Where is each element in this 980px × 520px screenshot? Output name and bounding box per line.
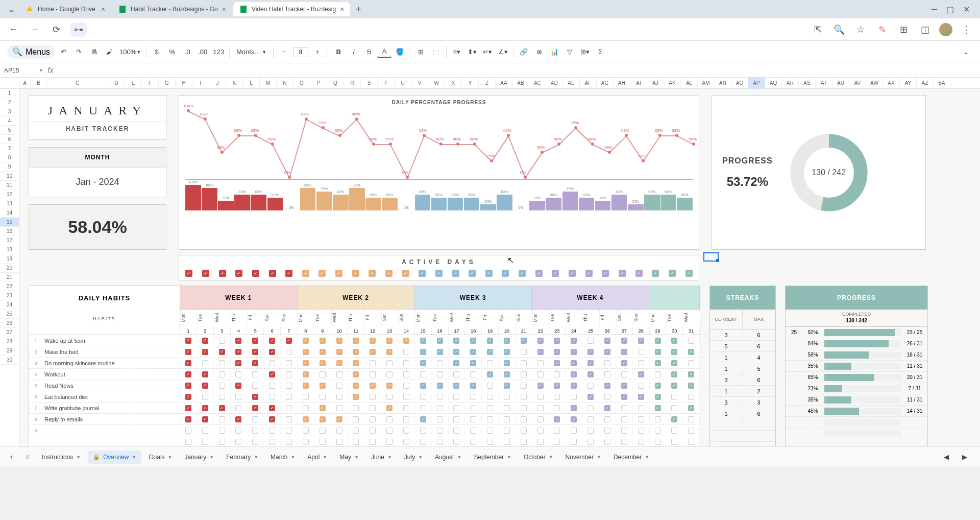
habit-checkbox[interactable]: [353, 405, 359, 411]
habit-checkbox[interactable]: [537, 428, 544, 434]
habit-checkbox[interactable]: ✓: [571, 338, 577, 344]
zoom-icon[interactable]: 🔍: [832, 22, 846, 37]
habit-checkbox[interactable]: ✓: [420, 338, 426, 344]
row-header-22[interactable]: 22: [0, 282, 19, 291]
row-header-6[interactable]: 6: [0, 135, 19, 144]
habit-checkbox[interactable]: ✓: [370, 338, 376, 344]
habit-checkbox[interactable]: ✓: [202, 416, 208, 422]
row-header-23[interactable]: 23: [0, 291, 19, 300]
row-header-30[interactable]: 30: [0, 356, 19, 365]
comment-button[interactable]: ⊕: [532, 44, 546, 60]
strikethrough-button[interactable]: S: [362, 44, 376, 60]
row-header-11[interactable]: 11: [0, 181, 19, 190]
row-header-15[interactable]: 15: [0, 218, 19, 227]
back-button[interactable]: ←: [6, 22, 20, 37]
habit-checkbox[interactable]: ✓: [386, 338, 393, 344]
habit-checkbox[interactable]: [521, 394, 527, 400]
sheet-tab-january[interactable]: January▼: [180, 451, 219, 464]
active-day-check[interactable]: ✓: [469, 270, 476, 277]
habit-checkbox[interactable]: ✓: [655, 349, 661, 355]
more-formats[interactable]: 123: [211, 44, 226, 60]
habit-checkbox[interactable]: ✓: [688, 405, 694, 411]
habit-checkbox[interactable]: [386, 371, 393, 377]
habit-checkbox[interactable]: ✓: [554, 338, 560, 344]
habit-checkbox[interactable]: ✓: [487, 338, 493, 344]
habit-checkbox[interactable]: [219, 394, 225, 400]
col-header-AG[interactable]: AG: [597, 78, 614, 88]
habit-checkbox[interactable]: ✓: [437, 383, 443, 389]
active-day-check[interactable]: ✓: [202, 270, 209, 277]
habit-checkbox[interactable]: [688, 338, 694, 344]
increase-decimal[interactable]: .00: [195, 44, 210, 60]
habit-checkbox[interactable]: ✓: [688, 349, 694, 355]
habit-checkbox[interactable]: [604, 394, 610, 400]
habit-checkbox[interactable]: ✓: [587, 349, 594, 355]
habit-checkbox[interactable]: ✓: [621, 338, 627, 344]
col-header-AD[interactable]: AD: [546, 78, 563, 88]
open-external-icon[interactable]: ⇱: [811, 22, 825, 37]
habit-checkbox[interactable]: [269, 394, 275, 400]
habit-checkbox[interactable]: [370, 405, 376, 411]
habit-checkbox[interactable]: [587, 416, 594, 422]
habit-checkbox[interactable]: ✓: [320, 405, 326, 411]
close-icon[interactable]: ×: [222, 5, 226, 13]
habit-checkbox[interactable]: ✓: [571, 383, 577, 389]
link-button[interactable]: 🔗: [517, 44, 531, 60]
habit-checkbox[interactable]: [219, 439, 225, 445]
habit-checkbox[interactable]: ✓: [688, 383, 694, 389]
col-header-F[interactable]: F: [142, 78, 159, 88]
habit-checkbox[interactable]: [554, 405, 560, 411]
col-header-AZ[interactable]: AZ: [917, 78, 934, 88]
sheet-tab-august[interactable]: August▼: [430, 451, 467, 464]
text-color-button[interactable]: A: [377, 46, 391, 58]
habit-checkbox[interactable]: [403, 394, 409, 400]
active-day-check[interactable]: ✓: [318, 270, 326, 277]
habit-checkbox[interactable]: ✓: [336, 338, 342, 344]
habit-checkbox[interactable]: [303, 394, 309, 400]
habit-checkbox[interactable]: [621, 371, 627, 377]
habit-checkbox[interactable]: ✓: [453, 349, 459, 355]
formula-input[interactable]: [58, 67, 976, 74]
habit-checkbox[interactable]: [671, 394, 677, 400]
habit-checkbox[interactable]: ✓: [202, 371, 208, 377]
habit-checkbox[interactable]: [269, 383, 275, 389]
habit-checkbox[interactable]: ✓: [470, 338, 476, 344]
habit-checkbox[interactable]: ✓: [604, 338, 610, 344]
eyedropper-icon[interactable]: ✎: [875, 22, 889, 37]
habit-checkbox[interactable]: [437, 371, 443, 377]
habit-checkbox[interactable]: [420, 371, 426, 377]
col-header-J[interactable]: J: [209, 78, 226, 88]
habit-checkbox[interactable]: ✓: [571, 360, 577, 366]
habit-checkbox[interactable]: [587, 405, 594, 411]
tab-video-habit-tracker[interactable]: Video Habit Tracker - Buzdesig ×: [233, 2, 350, 16]
habit-checkbox[interactable]: [403, 405, 409, 411]
habit-checkbox[interactable]: ✓: [185, 371, 191, 377]
habit-checkbox[interactable]: [638, 405, 644, 411]
habit-checkbox[interactable]: [303, 428, 309, 434]
increase-font-size[interactable]: +: [310, 44, 325, 60]
menus-button[interactable]: 🔍 Menus: [7, 45, 55, 59]
habit-checkbox[interactable]: [453, 371, 459, 377]
col-header-AV[interactable]: AV: [849, 78, 866, 88]
habit-checkbox[interactable]: [320, 439, 326, 445]
rotate-button[interactable]: ∠▾: [496, 44, 510, 60]
habit-checkbox[interactable]: ✓: [655, 383, 661, 389]
habit-checkbox[interactable]: [521, 405, 527, 411]
row-header-9[interactable]: 9: [0, 162, 19, 172]
sheet-tab-october[interactable]: October▼: [519, 451, 558, 464]
habit-name[interactable]: Workout: [42, 371, 180, 377]
habit-checkbox[interactable]: [453, 428, 459, 434]
habit-checkbox[interactable]: [403, 416, 409, 422]
sheet-tab-september[interactable]: September▼: [469, 451, 517, 464]
minimize-icon[interactable]: ─: [932, 5, 937, 14]
col-header-AI[interactable]: AI: [630, 78, 647, 88]
tab-habit-tracker[interactable]: Habit Tracker - Buzdesigns - Go ×: [112, 2, 232, 16]
col-header-T[interactable]: T: [378, 78, 395, 88]
habit-checkbox[interactable]: ✓: [185, 360, 191, 366]
active-day-check[interactable]: ✓: [185, 270, 192, 277]
chart-button[interactable]: 📊: [547, 44, 561, 60]
habit-checkbox[interactable]: [269, 439, 275, 445]
habit-checkbox[interactable]: ✓: [604, 405, 610, 411]
sidepanel-icon[interactable]: ◫: [918, 22, 932, 37]
row-header-3[interactable]: 3: [0, 107, 19, 116]
